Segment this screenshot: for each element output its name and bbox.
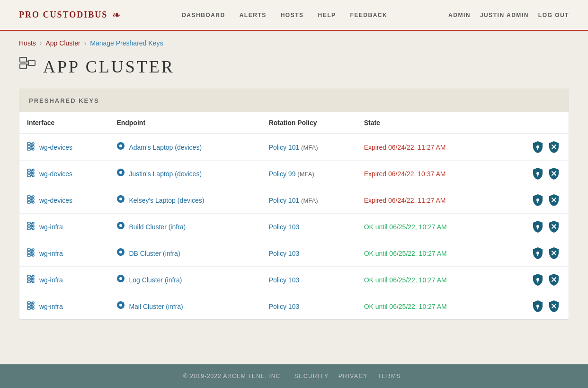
endpoint-dot-icon xyxy=(116,221,125,232)
breadcrumb-sep-2: › xyxy=(84,39,87,47)
table-row: wg-devices Adam's Laptop (devices) Polic… xyxy=(19,134,569,161)
svg-rect-55 xyxy=(27,228,30,230)
table-row: wg-infra DB Cluster (infra) Policy 103 O… xyxy=(19,240,569,267)
svg-rect-85 xyxy=(27,275,30,277)
svg-rect-34 xyxy=(537,175,538,177)
svg-rect-21 xyxy=(27,169,30,171)
nav-alerts[interactable]: ALERTS xyxy=(240,12,267,18)
state-cell: OK until 06/25/22, 10:27 AM xyxy=(356,267,501,293)
actions-cell xyxy=(501,214,569,240)
nav-dashboard[interactable]: DASHBOARD xyxy=(182,12,225,18)
footer-privacy[interactable]: PRIVACY xyxy=(339,373,368,379)
policy-link[interactable]: Policy 103 xyxy=(269,223,300,231)
brand-icon: ❧ xyxy=(112,9,121,21)
actions-cell xyxy=(501,293,569,320)
policy-note: (MFA) xyxy=(301,197,318,204)
nav-hosts[interactable]: HOSTS xyxy=(281,12,304,18)
endpoint-link[interactable]: Adam's Laptop (devices) xyxy=(129,144,202,151)
policy-link[interactable]: Policy 101 xyxy=(269,144,300,151)
policy-link[interactable]: Policy 99 xyxy=(269,170,296,178)
svg-point-97 xyxy=(536,278,539,281)
revoke-action-button[interactable] xyxy=(547,140,561,154)
interface-link[interactable]: wg-devices xyxy=(39,197,72,204)
endpoint-link[interactable]: Justin's Laptop (devices) xyxy=(129,170,202,178)
interface-link[interactable]: wg-infra xyxy=(39,223,63,231)
revoke-action-button[interactable] xyxy=(547,299,561,313)
svg-rect-103 xyxy=(27,307,30,309)
table-header-row: Interface Endpoint Rotation Policy State xyxy=(19,112,569,134)
key-action-button[interactable] xyxy=(531,272,545,287)
key-action-button[interactable] xyxy=(531,193,545,207)
endpoint-link[interactable]: Kelsey's Laptop (devices) xyxy=(129,197,204,204)
brand-name: PRO CUSTODIBUS xyxy=(19,10,107,20)
svg-point-113 xyxy=(536,305,539,307)
key-action-button[interactable] xyxy=(531,166,545,180)
svg-rect-50 xyxy=(537,201,538,203)
policy-note: (MFA) xyxy=(297,171,314,178)
nav-justin-admin[interactable]: JUSTIN ADMIN xyxy=(480,12,529,18)
footer-terms[interactable]: TERMS xyxy=(377,373,401,379)
page-title-area: APP CLUSTER xyxy=(0,52,588,89)
footer-security[interactable]: SECURITY xyxy=(294,373,329,379)
key-action-button[interactable] xyxy=(531,140,545,154)
page-title: APP CLUSTER xyxy=(43,57,175,77)
nav-logout[interactable]: LOG OUT xyxy=(538,12,569,18)
svg-point-109 xyxy=(32,305,34,307)
actions-cell xyxy=(501,161,569,187)
revoke-action-button[interactable] xyxy=(547,166,561,180)
nav-admin[interactable]: ADMIN xyxy=(448,12,471,18)
interface-link[interactable]: wg-devices xyxy=(39,170,72,178)
state-cell: OK until 06/25/22, 10:27 AM xyxy=(356,214,501,240)
policy-link[interactable]: Policy 101 xyxy=(269,197,300,204)
revoke-action-button[interactable] xyxy=(547,193,561,207)
interface-link[interactable]: wg-devices xyxy=(39,144,72,151)
svg-point-112 xyxy=(119,304,122,307)
svg-rect-2 xyxy=(28,61,35,65)
svg-point-13 xyxy=(32,145,34,147)
svg-rect-82 xyxy=(537,254,538,256)
preshared-keys-card: PRESHARED KEYS Interface Endpoint Rotati… xyxy=(19,89,569,320)
actions-cell xyxy=(501,240,569,267)
col-actions xyxy=(501,112,569,134)
policy-link[interactable]: Policy 103 xyxy=(269,276,300,284)
nav-help[interactable]: HELP xyxy=(318,12,336,18)
revoke-action-button[interactable] xyxy=(547,272,561,287)
svg-rect-102 xyxy=(27,305,30,307)
breadcrumb-hosts[interactable]: Hosts xyxy=(19,39,36,47)
revoke-action-button[interactable] xyxy=(547,219,561,234)
endpoint-link[interactable]: DB Cluster (infra) xyxy=(129,250,180,257)
cluster-icon xyxy=(19,56,36,77)
svg-rect-69 xyxy=(27,249,30,251)
endpoint-link[interactable]: Log Cluster (infra) xyxy=(129,276,182,284)
svg-rect-98 xyxy=(537,281,538,283)
svg-point-80 xyxy=(119,251,122,253)
svg-rect-86 xyxy=(27,278,30,280)
table-row: wg-devices Kelsey's Laptop (devices) Pol… xyxy=(19,187,569,214)
revoke-action-button[interactable] xyxy=(547,246,561,260)
svg-rect-6 xyxy=(27,145,30,147)
svg-rect-54 xyxy=(27,225,30,227)
key-action-button[interactable] xyxy=(531,299,545,313)
key-action-button[interactable] xyxy=(531,246,545,260)
interface-link[interactable]: wg-infra xyxy=(39,250,63,257)
breadcrumb-app-cluster[interactable]: App Cluster xyxy=(45,39,80,47)
card-header: PRESHARED KEYS xyxy=(19,89,569,112)
endpoint-dot-icon xyxy=(116,142,125,153)
interface-link[interactable]: wg-infra xyxy=(39,276,63,284)
policy-link[interactable]: Policy 103 xyxy=(269,303,300,310)
svg-rect-7 xyxy=(27,148,30,150)
breadcrumb: Hosts › App Cluster › Manage Preshared K… xyxy=(0,31,588,52)
interface-link[interactable]: wg-infra xyxy=(39,303,63,310)
endpoint-link[interactable]: Mail Cluster (infra) xyxy=(129,303,183,310)
main-nav: DASHBOARD ALERTS HOSTS HELP FEEDBACK xyxy=(182,12,387,18)
key-action-button[interactable] xyxy=(531,219,545,234)
col-state: State xyxy=(356,112,501,134)
section-title: PRESHARED KEYS xyxy=(29,97,99,104)
state-cell: Expired 06/24/22, 10:37 AM xyxy=(356,161,501,187)
svg-rect-66 xyxy=(537,228,538,230)
interface-grid-icon xyxy=(27,301,36,311)
nav-feedback[interactable]: FEEDBACK xyxy=(350,12,388,18)
svg-point-48 xyxy=(119,198,122,200)
policy-link[interactable]: Policy 103 xyxy=(269,250,300,257)
endpoint-link[interactable]: Build Cluster (infra) xyxy=(129,223,186,231)
